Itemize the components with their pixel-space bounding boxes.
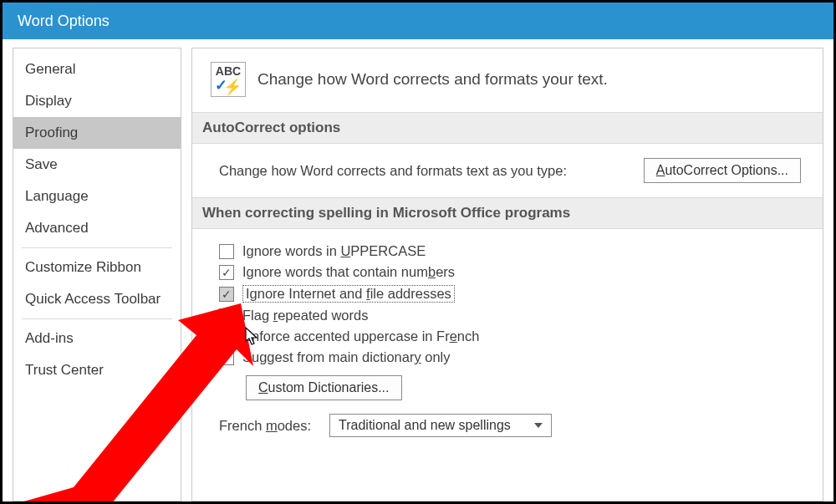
checkmark-icon: ✓ (222, 288, 232, 301)
french-modes-dropdown[interactable]: Traditional and new spellings (329, 414, 552, 437)
sidebar-divider (22, 318, 172, 319)
sidebar-item-quick-access-toolbar[interactable]: Quick Access Toolbar (13, 283, 181, 315)
sidebar-divider (22, 247, 172, 248)
checkbox-label[interactable]: Flag repeated words (242, 308, 368, 323)
checkbox-row: Ignore words in UPPERCASE (211, 241, 804, 262)
checkbox[interactable]: ✓ (219, 287, 234, 302)
sidebar-item-trust-center[interactable]: Trust Center (13, 354, 181, 386)
checkbox-row: ✓Flag repeated words (211, 305, 804, 326)
checkmark-icon: ✓ (222, 266, 232, 279)
checkbox-label[interactable]: Ignore words that contain numbers (242, 264, 455, 280)
checkbox-label[interactable]: Enforce accented uppercase in French (242, 328, 479, 344)
checkbox[interactable] (219, 329, 234, 344)
title-bar: Word Options (3, 3, 833, 39)
checkbox-row: ✓Ignore Internet and file addresses (211, 283, 804, 305)
sidebar-item-advanced[interactable]: Advanced (13, 212, 181, 244)
sidebar-item-save[interactable]: Save (13, 149, 181, 181)
checkbox-row: Suggest from main dictionary only (211, 347, 804, 368)
checkbox-row: ✓Ignore words that contain numbers (211, 262, 804, 283)
checkbox-label[interactable]: Ignore words in UPPERCASE (242, 243, 426, 259)
intro-text: Change how Word corrects and formats you… (257, 70, 608, 89)
section-autocorrect-options: AutoCorrect options (192, 112, 823, 144)
checkbox-row: Enforce accented uppercase in French (211, 326, 804, 347)
french-modes-value: Traditional and new spellings (339, 418, 511, 433)
abc-proofing-icon: ABC ✓ ⚡ (211, 62, 246, 97)
checkbox[interactable]: ✓ (219, 308, 234, 323)
window-title: Word Options (18, 13, 110, 30)
section-spelling-correction: When correcting spelling in Microsoft Of… (192, 197, 823, 229)
autocorrect-options-button[interactable]: AutoCorrect Options... (644, 158, 801, 183)
sidebar-item-display[interactable]: Display (13, 85, 181, 117)
sidebar-item-language[interactable]: Language (13, 181, 181, 212)
content-pane: ABC ✓ ⚡ Change how Word corrects and for… (191, 48, 823, 501)
autocorrect-desc: Change how Word corrects and formats tex… (219, 163, 567, 179)
sidebar-item-customize-ribbon[interactable]: Customize Ribbon (13, 252, 181, 283)
checkbox[interactable]: ✓ (219, 265, 234, 280)
french-modes-label: French modes: (219, 418, 311, 434)
category-sidebar: GeneralDisplayProofingSaveLanguageAdvanc… (13, 48, 181, 501)
checkbox-label[interactable]: Ignore Internet and file addresses (242, 285, 455, 303)
sidebar-item-add-ins[interactable]: Add-ins (13, 323, 181, 354)
sidebar-item-general[interactable]: General (13, 53, 181, 85)
checkmark-icon: ✓ (222, 309, 232, 323)
checkbox-label[interactable]: Suggest from main dictionary only (242, 349, 451, 365)
sidebar-item-proofing[interactable]: Proofing (13, 117, 181, 149)
chevron-down-icon (534, 423, 543, 428)
checkbox[interactable] (219, 244, 234, 259)
lightning-icon: ⚡ (223, 78, 242, 96)
checkbox[interactable] (219, 350, 234, 365)
custom-dictionaries-button[interactable]: Custom Dictionaries... (246, 375, 402, 400)
